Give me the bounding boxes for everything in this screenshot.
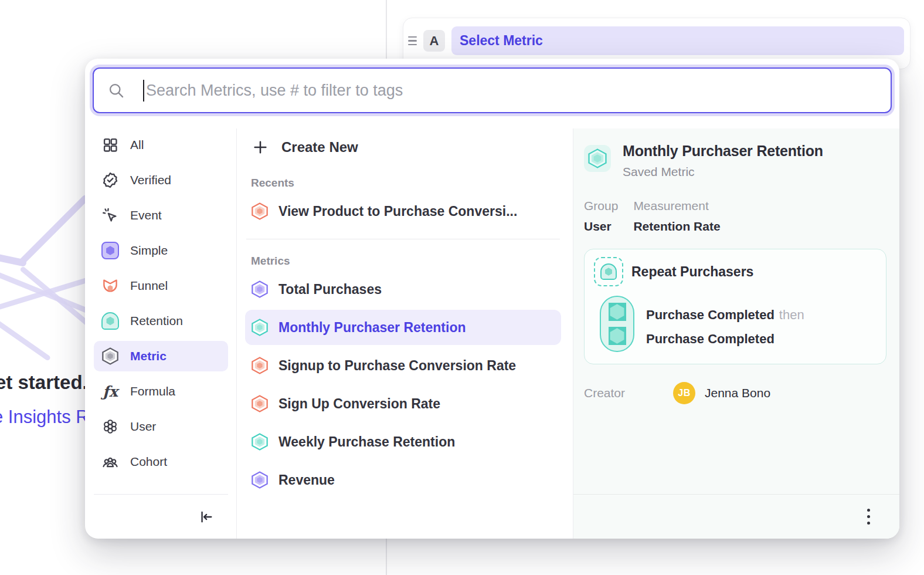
creator-label: Creator — [584, 386, 673, 400]
sidebar-item-verified[interactable]: Verified — [94, 167, 228, 193]
sidebar-item-label: Verified — [130, 173, 171, 187]
sidebar-item-retention[interactable]: Retention — [94, 308, 228, 334]
teal-hexagon-icon — [251, 319, 269, 336]
metrics-section-header: Metrics — [251, 255, 561, 268]
measurement-label: Measurement — [633, 199, 720, 213]
detail-subtitle: Saved Metric — [623, 165, 823, 179]
collapse-left-icon[interactable] — [194, 505, 218, 529]
metric-hexagon-icon — [101, 347, 120, 366]
sidebar-item-all[interactable]: All — [94, 132, 228, 158]
sidebar-item-cohort[interactable]: Cohort — [94, 449, 228, 475]
formula-icon: ƒx — [101, 382, 120, 401]
retention-definition-icon — [594, 257, 623, 286]
list-divider — [246, 239, 560, 239]
drag-handle-icon[interactable] — [408, 34, 417, 48]
event-sequence-capsule-icon — [600, 296, 634, 352]
filter-sidebar: All Verified Event — [85, 128, 237, 539]
purple-hexagon-icon — [251, 280, 269, 298]
sidebar-item-label: Funnel — [130, 279, 168, 293]
detail-title: Monthly Purchaser Retention — [623, 143, 823, 160]
metric-item[interactable]: Signup to Purchase Conversion Rate — [245, 352, 561, 379]
recent-item-label: View Product to Purchase Conversi... — [278, 204, 517, 219]
metric-block-badge: A — [423, 30, 445, 52]
event-cursor-icon — [101, 206, 120, 225]
create-new-label: Create New — [281, 139, 358, 155]
plus-icon — [251, 138, 270, 157]
creator-avatar: JB — [673, 382, 695, 404]
insights-report-link-fragment[interactable]: e Insights Re — [0, 407, 99, 428]
metric-item-selected[interactable]: Monthly Purchaser Retention — [245, 310, 561, 345]
group-value: User — [584, 219, 618, 234]
recent-item[interactable]: View Product to Purchase Conversi... — [245, 198, 561, 225]
sidebar-item-label: Cohort — [130, 455, 167, 469]
cohort-people-icon — [101, 452, 120, 471]
sidebar-item-simple[interactable]: Simple — [94, 238, 228, 263]
sidebar-footer — [94, 494, 228, 539]
then-connector: then — [779, 307, 804, 322]
create-new-button[interactable]: Create New — [245, 133, 561, 161]
metric-item[interactable]: Weekly Purchase Retention — [245, 428, 561, 455]
creator-name: Jenna Bono — [705, 386, 770, 400]
sidebar-item-label: Metric — [130, 349, 167, 363]
sidebar-item-funnel[interactable]: Funnel — [94, 273, 228, 299]
select-metric-pill[interactable]: Select Metric — [451, 26, 904, 55]
metric-item-label: Signup to Purchase Conversion Rate — [278, 358, 516, 374]
metric-item-label: Weekly Purchase Retention — [278, 434, 455, 450]
measurement-meta: Measurement Retention Rate — [633, 199, 720, 234]
group-label: Group — [584, 199, 618, 213]
sidebar-item-label: User — [130, 420, 156, 434]
grid-icon — [101, 136, 120, 154]
search-icon — [108, 82, 124, 99]
search-box[interactable] — [93, 67, 892, 113]
retention-metric-icon — [101, 312, 120, 330]
definition-step-1: Purchase Completedthen — [646, 303, 804, 327]
search-input[interactable] — [144, 82, 891, 100]
metric-item-label: Monthly Purchaser Retention — [278, 320, 466, 336]
sidebar-item-label: Event — [130, 208, 162, 222]
teal-hexagon-icon — [251, 433, 269, 451]
definition-step-2: Purchase Completed — [646, 327, 804, 351]
user-cluster-icon — [101, 417, 120, 436]
metric-picker-modal: All Verified Event — [85, 59, 899, 539]
kebab-menu-icon[interactable] — [861, 505, 876, 528]
coral-hexagon-icon — [251, 357, 269, 374]
coral-hexagon-icon — [251, 395, 269, 412]
sidebar-item-label: Retention — [130, 314, 183, 328]
metric-item-label: Revenue — [278, 472, 335, 488]
metric-item-label: Total Purchases — [278, 282, 382, 297]
sidebar-item-label: All — [130, 138, 144, 152]
group-meta: Group User — [584, 199, 618, 234]
metric-item[interactable]: Total Purchases — [245, 276, 561, 303]
metric-detail-panel: Monthly Purchaser Retention Saved Metric… — [573, 128, 899, 539]
metric-item-label: Sign Up Conversion Rate — [278, 396, 440, 412]
metric-item[interactable]: Revenue — [245, 466, 561, 493]
sidebar-item-formula[interactable]: ƒx Formula — [94, 378, 228, 404]
sidebar-item-event[interactable]: Event — [94, 202, 228, 228]
sidebar-item-label: Simple — [130, 243, 168, 258]
funnel-metric-icon — [101, 276, 120, 295]
detail-footer — [573, 494, 899, 539]
recents-section-header: Recents — [251, 177, 561, 190]
page-heading-fragment: et started. — [0, 371, 88, 394]
definition-name: Repeat Purchasers — [631, 264, 753, 280]
saved-metric-hexagon-icon — [584, 145, 611, 172]
metric-item[interactable]: Sign Up Conversion Rate — [245, 390, 561, 417]
search-area — [85, 59, 899, 113]
coral-hexagon-icon — [251, 202, 269, 220]
metric-list-column: Create New Recents View Product to Purch… — [237, 128, 573, 539]
sidebar-item-label: Formula — [130, 384, 175, 398]
measurement-value: Retention Rate — [633, 219, 720, 234]
sidebar-item-metric[interactable]: Metric — [94, 341, 228, 371]
definition-card: Repeat Purchasers Purchase Completedthen… — [584, 249, 886, 364]
simple-metric-icon — [101, 241, 120, 260]
creator-row: Creator JB Jenna Bono — [584, 382, 886, 404]
verified-badge-icon — [101, 171, 120, 190]
sidebar-item-user[interactable]: User — [94, 414, 228, 439]
purple-hexagon-icon — [251, 471, 269, 489]
